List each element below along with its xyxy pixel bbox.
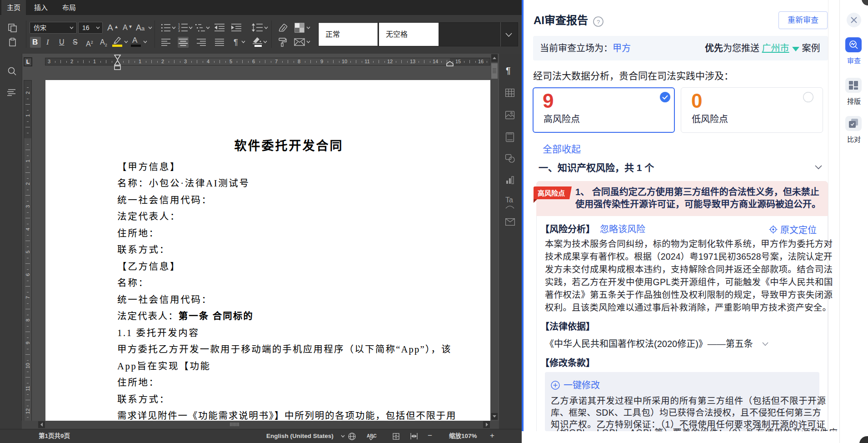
- svg-text:高风险点: 高风险点: [538, 189, 565, 197]
- svg-text:?: ?: [597, 19, 600, 25]
- svg-text:3: 3: [178, 29, 180, 32]
- svg-text:2: 2: [178, 26, 180, 29]
